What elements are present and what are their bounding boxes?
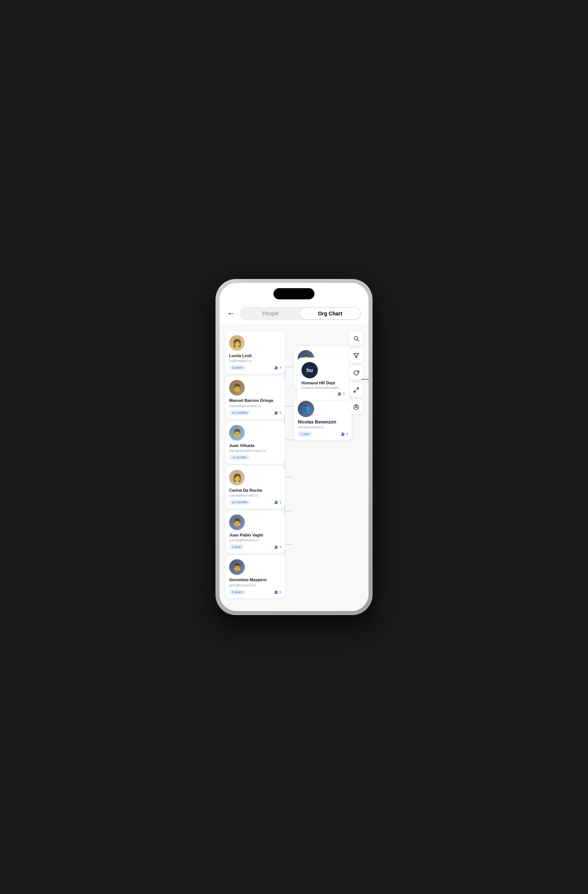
footer-juan-v: -3 months xyxy=(229,455,281,460)
tenure-manuel: 10 months xyxy=(229,410,250,415)
person-card-lucila[interactable]: 👩 Lucila Levit lu@humand.co 3 years 4 xyxy=(225,331,285,374)
right-toolbar xyxy=(349,331,363,414)
tab-orgchart[interactable]: Org Chart xyxy=(300,308,360,319)
tenure-juan-v: -3 months xyxy=(229,455,249,460)
phone-frame: ← People Org Chart xyxy=(216,279,372,615)
avatar-jpablo: 👨 xyxy=(229,515,245,530)
avatar-nico: 👥 xyxy=(298,401,314,417)
content-area: 👩 Lucila Levit lu@humand.co 3 years 4 xyxy=(220,324,368,611)
name-manuel: Manuel Barrios Ortega xyxy=(229,398,281,403)
name-nico: Nicolas Benenzon xyxy=(298,420,348,424)
footer-lucila: 3 years 4 xyxy=(229,365,281,370)
person-card-carina[interactable]: 👩 Carina Da Rocha carina@humand.co 11 mo… xyxy=(225,466,285,509)
footer-manuel: 10 months 5 xyxy=(229,410,281,415)
tenure-jpablo: 1 year xyxy=(229,544,244,550)
phone-screen: ← People Org Chart xyxy=(220,283,368,611)
footer-gero: 6 years 5 xyxy=(229,589,281,595)
name-lucila: Lucila Levit xyxy=(229,353,281,358)
tenure-carina: 11 months xyxy=(229,500,250,505)
avatar-lucila: 👩 xyxy=(229,335,245,351)
person-card-juan-v[interactable]: 👨 Juan Viñuela juanignacio@humand.co -3 … xyxy=(225,421,285,464)
name-gero: Geronimo Maspero xyxy=(229,577,281,582)
fit-view-button[interactable] xyxy=(349,383,363,397)
svg-point-5 xyxy=(355,405,357,407)
tab-people[interactable]: People xyxy=(241,308,300,319)
tenure-lucila: 3 years xyxy=(229,365,246,370)
reports-jpablo: 4 xyxy=(274,545,281,549)
tenure-nico: 1 year xyxy=(298,431,312,436)
reports-hr: 2 xyxy=(337,392,345,396)
reports-gero: 5 xyxy=(274,590,281,594)
email-lucila: lu@humand.co xyxy=(229,359,281,363)
hu-logo: hu xyxy=(302,362,318,378)
reports-manuel: 5 xyxy=(274,411,281,415)
email-carina: carina@humand.co xyxy=(229,494,281,497)
reports-nico: 6 xyxy=(341,432,348,436)
hr-email: instance.automations@h... xyxy=(302,386,345,390)
avatar-juan-v: 👨 xyxy=(229,425,245,441)
reports-carina: 1 xyxy=(274,500,281,504)
person-card-manuel[interactable]: 👨 Manuel Barrios Ortega manuell@humand.c… xyxy=(225,376,285,419)
footer-nico: 1 year 6 xyxy=(298,431,348,436)
email-manuel: manuell@humand.co xyxy=(229,404,281,408)
svg-marker-2 xyxy=(354,353,359,358)
person-card-gero[interactable]: 👨 Geronimo Maspero gero@humand.co 6 year… xyxy=(225,556,285,598)
hr-footer: 2 xyxy=(302,392,345,396)
person-card-jpablo[interactable]: 👨 Juan Pablo Vaghi juampi@humand.co 1 ye… xyxy=(225,511,285,553)
tab-group: People Org Chart xyxy=(240,307,361,320)
hr-name: Humand HR Dept xyxy=(302,381,345,385)
focus-person-button[interactable] xyxy=(349,400,363,414)
footer-carina: 11 months 1 xyxy=(229,500,281,505)
refresh-button[interactable] xyxy=(349,366,363,380)
svg-point-0 xyxy=(354,337,358,340)
hr-dept-card[interactable]: hu Humand HR Dept instance.automations@h… xyxy=(297,358,349,400)
footer-jpablo: 1 year 4 xyxy=(229,544,281,550)
search-button[interactable] xyxy=(349,331,363,346)
name-jpablo: Juan Pablo Vaghi xyxy=(229,532,281,538)
email-gero: gero@humand.co xyxy=(229,583,281,587)
email-nico: nico@humand.co xyxy=(298,425,348,429)
reports-lucila: 4 xyxy=(274,366,281,370)
avatar-carina: 👩 xyxy=(229,470,245,485)
avatar-gero: 👨 xyxy=(229,559,245,575)
svg-line-1 xyxy=(357,340,359,341)
nav-header: ← People Org Chart xyxy=(220,303,368,324)
email-jpablo: juampi@humand.co xyxy=(229,538,281,542)
filter-button[interactable] xyxy=(349,349,363,363)
person-card-nico[interactable]: 👥 Nicolas Benenzon nico@humand.co 1 year… xyxy=(294,397,352,440)
dynamic-island xyxy=(273,288,315,299)
back-button[interactable]: ← xyxy=(227,309,235,319)
name-carina: Carina Da Rocha xyxy=(229,488,281,493)
left-people-column: 👩 Lucila Levit lu@humand.co 3 years 4 xyxy=(225,331,285,598)
email-juan-v: juanignacio@humand.co xyxy=(229,449,281,453)
name-juan-v: Juan Viñuela xyxy=(229,443,281,448)
tenure-gero: 6 years xyxy=(229,589,246,595)
avatar-manuel: 👨 xyxy=(229,380,245,396)
